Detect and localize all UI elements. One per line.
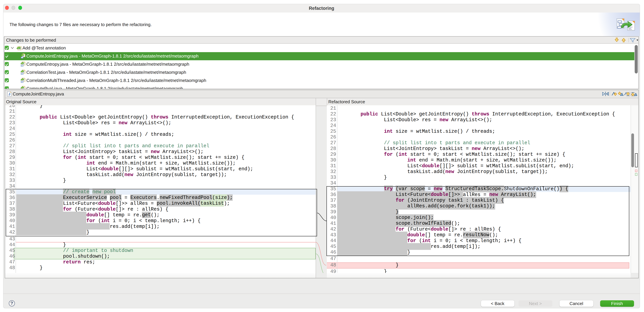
svg-text:J: J <box>8 92 10 96</box>
